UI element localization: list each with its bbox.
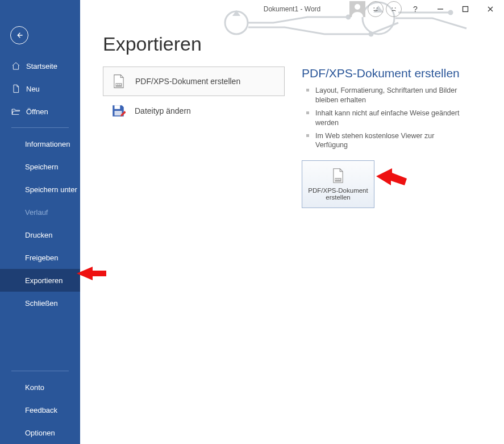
svg-rect-20	[337, 179, 338, 180]
sidebar-item-label: Drucken	[25, 231, 52, 239]
svg-point-9	[392, 8, 393, 9]
export-option-pdfxps[interactable]: PDF/XPS-Dokument erstellen	[103, 67, 285, 96]
sidebar-item-account[interactable]: Konto	[0, 376, 80, 399]
sidebar-item-print[interactable]: Drucken	[0, 223, 80, 246]
svg-point-7	[374, 8, 374, 9]
sidebar-item-label: Konto	[25, 383, 44, 392]
sidebar-item-share[interactable]: Freigeben	[0, 246, 80, 269]
export-option-label: Dateityp ändern	[135, 106, 191, 115]
sidebar-item-export[interactable]: Exportieren	[0, 269, 80, 292]
svg-point-10	[395, 8, 395, 9]
svg-rect-15	[120, 84, 121, 85]
back-button[interactable]	[10, 26, 28, 44]
svg-rect-19	[335, 179, 336, 180]
svg-point-6	[355, 4, 360, 10]
home-icon	[11, 61, 20, 70]
minimize-button[interactable]	[429, 1, 452, 18]
sidebar-item-label: Freigeben	[25, 254, 59, 262]
sidebar-item-label: Startseite	[26, 62, 57, 70]
floppy-edit-icon	[111, 103, 126, 118]
sidebar-item-new[interactable]: Neu	[0, 77, 80, 100]
sidebar-item-close[interactable]: Schließen	[0, 292, 80, 314]
sidebar-item-label: Neu	[26, 85, 40, 93]
create-pdfxps-button[interactable]: PDF/XPS-Dokument erstellen	[302, 160, 374, 208]
detail-bullets: Layout, Formatierung, Schriftarten und B…	[302, 86, 493, 150]
action-button-label: PDF/XPS-Dokument erstellen	[306, 187, 370, 201]
sidebar-item-label: Öffnen	[26, 107, 48, 116]
sidebar-item-home[interactable]: Startseite	[0, 55, 80, 77]
feedback-frown-button[interactable]	[386, 1, 402, 17]
pdf-document-icon	[331, 168, 345, 184]
svg-rect-13	[116, 84, 117, 85]
detail-bullet: Layout, Formatierung, Schriftarten und B…	[302, 86, 466, 105]
page-heading: Exportieren	[103, 33, 504, 55]
user-signin-button[interactable]	[349, 1, 365, 17]
svg-point-8	[377, 8, 377, 9]
sidebar-item-options[interactable]: Optionen	[0, 421, 80, 444]
pdf-document-icon	[111, 74, 126, 89]
help-button[interactable]: ?	[404, 1, 427, 18]
svg-rect-21	[339, 179, 340, 180]
svg-rect-17	[115, 111, 122, 115]
detail-heading: PDF/XPS-Dokument erstellen	[302, 67, 493, 80]
file-icon	[11, 84, 20, 93]
sidebar-item-open[interactable]: Öffnen	[0, 100, 80, 123]
sidebar-item-save[interactable]: Speichern	[0, 155, 80, 178]
sidebar-item-label: Verlauf	[25, 208, 48, 217]
svg-rect-11	[463, 7, 468, 12]
sidebar-item-history: Verlauf	[0, 201, 80, 223]
sidebar-item-label: Speichern	[25, 163, 59, 171]
sidebar-item-label: Schließen	[25, 299, 58, 308]
sidebar-item-label: Informationen	[25, 140, 70, 148]
sidebar-item-label: Exportieren	[25, 276, 63, 285]
svg-rect-16	[115, 105, 120, 109]
sidebar-item-label: Optionen	[25, 429, 55, 437]
close-button[interactable]	[479, 1, 502, 18]
svg-rect-14	[118, 84, 119, 85]
sidebar-item-label: Feedback	[25, 406, 57, 414]
export-option-label: PDF/XPS-Dokument erstellen	[135, 77, 240, 86]
sidebar-item-info[interactable]: Informationen	[0, 132, 80, 155]
feedback-smile-button[interactable]	[368, 1, 384, 17]
folder-open-icon	[11, 107, 20, 116]
maximize-button[interactable]	[454, 1, 477, 18]
backstage-sidebar: Startseite Neu Öffnen Informationen Spei…	[0, 0, 80, 444]
detail-bullet: Inhalt kann nicht auf einfache Weise geä…	[302, 109, 466, 128]
export-option-changefmt[interactable]: Dateityp ändern	[103, 96, 285, 126]
sidebar-item-feedback[interactable]: Feedback	[0, 399, 80, 421]
detail-bullet: Im Web stehen kostenlose Viewer zur Verf…	[302, 131, 466, 151]
sidebar-item-label: Speichern unter	[25, 185, 77, 194]
sidebar-item-saveas[interactable]: Speichern unter	[0, 178, 80, 201]
